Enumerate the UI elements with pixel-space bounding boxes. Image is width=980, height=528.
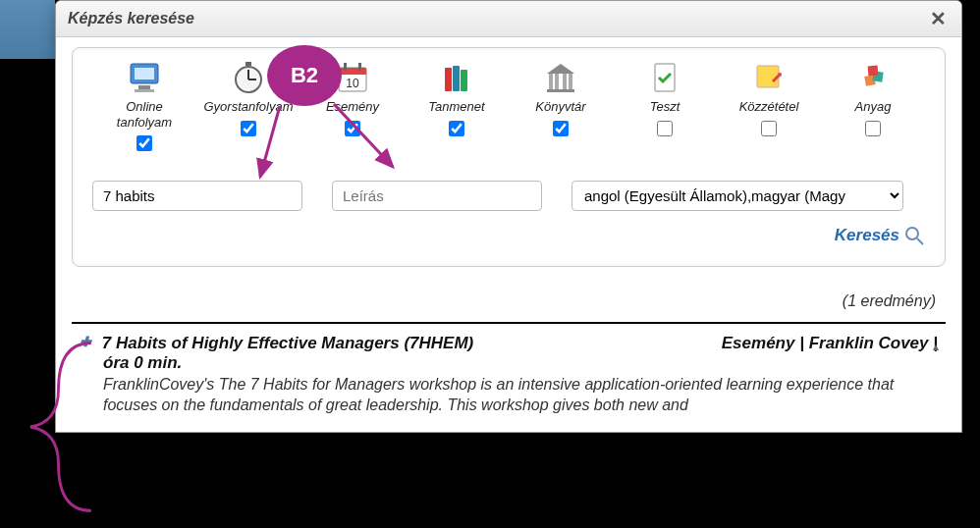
svg-rect-14 [453,66,460,91]
type-konyvtar: Könyvtár [514,60,608,151]
svg-rect-21 [547,89,574,92]
type-label: Tanmenet [428,99,484,115]
note-icon [751,60,787,95]
svg-rect-11 [358,63,361,71]
svg-rect-2 [138,85,150,89]
app-strip [0,0,55,59]
svg-rect-23 [757,66,779,87]
svg-rect-10 [344,63,347,71]
svg-rect-13 [445,68,452,91]
close-icon[interactable]: ✕ [926,7,950,30]
result-description: FranklinCovey's The 7 Habits for Manager… [103,375,938,416]
checkbox-teszt[interactable] [657,121,673,136]
svg-point-24 [778,73,782,77]
svg-rect-15 [461,70,467,91]
type-label: Anyag [855,99,892,115]
filter-panel: Online tanfolyam Gyorstanfolyam [72,47,946,267]
expand-icon[interactable]: ✚ [80,334,91,349]
svg-rect-9 [339,68,366,75]
svg-point-28 [906,228,918,239]
cubes-icon [855,60,891,95]
search-input[interactable] [92,181,302,211]
result-title-row: ✚ 7 Habits of Highly Effective Managers … [80,334,938,353]
library-icon [543,60,578,95]
type-label: Teszt [650,99,681,115]
titlebar: Képzés keresése ✕ [56,1,961,37]
type-label: Esemény [326,99,379,115]
checkbox-tanmenet[interactable] [449,121,464,136]
type-label: Könyvtár [535,99,585,115]
type-tanmenet: Tanmenet [409,60,504,151]
type-label: Közzététel [739,99,799,115]
stopwatch-icon [231,60,266,95]
result-count: (1 eredmény) [72,292,936,310]
checkbox-esemeny[interactable] [345,121,360,136]
dialog-title: Képzés keresése [68,10,194,27]
svg-text:10: 10 [346,77,359,90]
svg-rect-5 [245,62,251,66]
svg-rect-1 [135,68,154,79]
result-item[interactable]: ▴ ✚ 7 Habits of Highly Effective Manager… [72,334,946,416]
svg-line-29 [917,238,923,244]
checkbox-anyag[interactable] [865,121,881,136]
search-action-row: Keresés [92,225,925,246]
search-row: angol (Egyesült Államok),magyar (Magy [92,181,925,211]
dialog-body: Online tanfolyam Gyorstanfolyam [56,37,961,432]
search-button[interactable]: Keresés [835,225,925,246]
result-title: 7 Habits of Highly Effective Managers (7… [102,334,474,352]
result-meta: Esemény | Franklin Covey | [722,334,938,353]
result-duration: óra 0 min. [103,353,938,373]
type-online-tanfolyam: Online tanfolyam [97,60,191,151]
language-select[interactable]: angol (Egyesült Államok),magyar (Magy [572,181,903,211]
svg-rect-3 [135,89,154,92]
checkbox-konyvtar[interactable] [553,121,569,136]
divider [72,322,946,324]
checkbox-gyorstanfolyam[interactable] [241,121,256,136]
svg-rect-19 [563,74,567,89]
test-icon [647,60,682,95]
search-button-label: Keresés [835,226,899,245]
type-row: Online tanfolyam Gyorstanfolyam [92,60,925,151]
checkbox-kozzetetel[interactable] [761,121,777,136]
svg-rect-18 [555,74,559,89]
scroll-up-icon[interactable]: ▴ [926,340,946,359]
type-anyag: Anyag [826,60,920,151]
type-teszt: Teszt [618,60,712,151]
type-kozzetetel: Közzététel [722,60,816,151]
checkbox-online-tanfolyam[interactable] [136,135,152,151]
svg-rect-17 [549,74,553,89]
monitor-icon [127,60,162,95]
svg-rect-20 [569,74,572,89]
type-label: Online tanfolyam [117,99,172,130]
books-icon [439,60,474,95]
description-input[interactable] [332,181,542,211]
training-search-dialog: Képzés keresése ✕ Online tanfolyam [55,0,962,433]
svg-marker-16 [547,64,574,74]
type-label: Gyorstanfolyam [203,99,293,115]
magnifier-icon [903,225,925,246]
annotation-b2-callout: B2 [267,45,342,106]
svg-rect-27 [868,66,879,77]
